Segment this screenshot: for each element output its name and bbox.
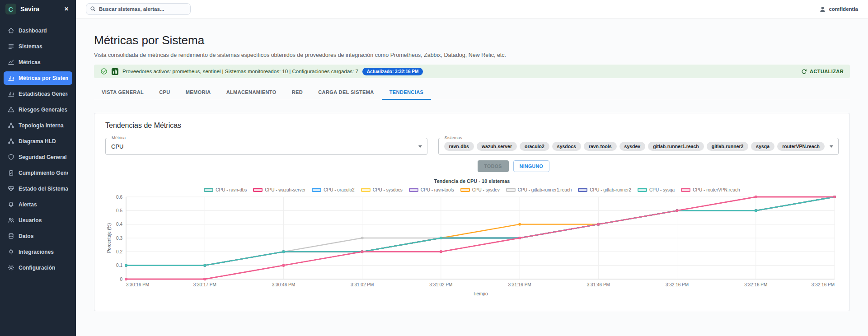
- sidebar-item-riesgos-generales[interactable]: Riesgos Generales: [4, 103, 72, 117]
- legend-item[interactable]: CPU - sysqa: [638, 187, 675, 192]
- plug-icon: [8, 248, 14, 255]
- legend-swatch: [204, 188, 213, 192]
- system-chip[interactable]: wazuh-server: [477, 142, 517, 151]
- username: comfidentia: [829, 6, 858, 12]
- system-chip[interactable]: sysdev: [619, 142, 646, 151]
- close-icon[interactable]: ✕: [62, 5, 70, 13]
- chart-legend: CPU - ravn-dbsCPU - wazuh-serverCPU - or…: [105, 187, 839, 192]
- sidebar-item-sistemas[interactable]: Sistemas: [4, 40, 72, 53]
- sidebar-item-estado-del-sistema[interactable]: Estado del Sistema: [4, 182, 72, 196]
- users-icon: [8, 217, 14, 224]
- sidebar-item-seguridad-general[interactable]: Seguridad General: [4, 150, 72, 164]
- metric-select[interactable]: Métrica CPU: [105, 138, 427, 155]
- sidebar-header: C Savira ✕: [0, 0, 76, 18]
- sidebar-item-m-tricas-por-sistema[interactable]: Métricas por Sistema: [4, 71, 72, 85]
- legend-label: CPU - oraculo2: [324, 187, 354, 192]
- tab-memoria[interactable]: MEMORIA: [178, 85, 219, 100]
- system-chip[interactable]: sysdocs: [552, 142, 581, 151]
- sidebar-item-alertas[interactable]: Alertas: [4, 198, 72, 211]
- legend-item[interactable]: CPU - gitlab-runner2: [578, 187, 631, 192]
- select-none-button[interactable]: NINGUNO: [513, 160, 549, 172]
- svg-text:3:32:16 PM: 3:32:16 PM: [666, 282, 689, 287]
- app-logo: C: [5, 4, 16, 14]
- status-banner: Proveedores activos: prometheus, sentine…: [94, 65, 850, 78]
- network-icon: [8, 138, 14, 145]
- sidebar-item-integraciones[interactable]: Integraciones: [4, 245, 72, 259]
- svg-text:3:32:16 PM: 3:32:16 PM: [812, 282, 835, 287]
- sidebar-item-topolog-a-interna[interactable]: Topología Interna: [4, 119, 72, 132]
- refresh-button[interactable]: ACTUALIZAR: [801, 69, 844, 75]
- sidebar-item-configuraci-n[interactable]: Configuración: [4, 261, 72, 275]
- network-icon: [8, 122, 14, 129]
- legend-label: CPU - routerVPN.reach: [693, 187, 740, 192]
- legend-label: CPU - sysdev: [472, 187, 500, 192]
- svg-text:0.5: 0.5: [116, 208, 122, 213]
- search-input[interactable]: [86, 3, 191, 15]
- sidebar-item-label: Estado del Sistema: [19, 186, 68, 192]
- legend-swatch: [460, 188, 470, 192]
- sidebar-item-label: Configuración: [19, 265, 55, 271]
- legend-label: CPU - ravn-dbs: [216, 187, 247, 192]
- sidebar-menu: DashboardSistemasMétricasMétricas por Si…: [0, 23, 76, 275]
- user-menu[interactable]: comfidentia: [819, 6, 858, 13]
- tab-almacenamiento[interactable]: ALMACENAMIENTO: [219, 85, 284, 100]
- svg-text:0: 0: [120, 277, 122, 282]
- legend-swatch: [638, 188, 647, 192]
- tab-cpu[interactable]: CPU: [151, 85, 178, 100]
- sidebar-item-dashboard[interactable]: Dashboard: [4, 24, 72, 37]
- system-chip[interactable]: ravn-dbs: [444, 142, 474, 151]
- systems-select-label: Sistemas: [443, 135, 464, 140]
- svg-text:3:31:46 PM: 3:31:46 PM: [587, 282, 610, 287]
- card-title: Tendencias de Métricas: [105, 121, 839, 130]
- legend-item[interactable]: CPU - wazuh-server: [253, 187, 305, 192]
- system-chip[interactable]: sysqa: [751, 142, 774, 151]
- trend-chart: Tendencia de CPU - 10 sistemas CPU - rav…: [105, 178, 839, 303]
- legend-item[interactable]: CPU - ravn-tools: [409, 187, 454, 192]
- heart-pulse-icon: [8, 185, 14, 192]
- legend-swatch: [312, 188, 321, 192]
- systems-select[interactable]: Sistemas ravn-dbswazuh-serveroraculo2sys…: [438, 138, 839, 155]
- chevron-down-icon: [830, 145, 833, 148]
- legend-label: CPU - gitlab-runner1.reach: [518, 187, 572, 192]
- sidebar-item-label: Datos: [19, 233, 33, 239]
- system-chip[interactable]: oraculo2: [520, 142, 549, 151]
- legend-item[interactable]: CPU - sysdev: [460, 187, 500, 192]
- legend-item[interactable]: CPU - oraculo2: [312, 187, 354, 192]
- sidebar-item-m-tricas[interactable]: Métricas: [4, 56, 72, 69]
- tab-vista-general[interactable]: VISTA GENERAL: [94, 85, 151, 100]
- legend-item[interactable]: CPU - routerVPN.reach: [681, 187, 740, 192]
- user-icon: [819, 6, 826, 13]
- system-chip[interactable]: gitlab-runner1.reach: [648, 142, 704, 151]
- shield-icon: [8, 154, 14, 160]
- check-circle-icon: [100, 68, 108, 75]
- select-all-button[interactable]: TODOS: [478, 160, 509, 172]
- sidebar-item-cumplimiento-general[interactable]: Cumplimiento General: [4, 166, 72, 180]
- legend-swatch: [506, 188, 516, 192]
- system-chip[interactable]: ravn-tools: [584, 142, 617, 151]
- legend-item[interactable]: CPU - sysdocs: [361, 187, 403, 192]
- sidebar: C Savira ✕ DashboardSistemasMétricasMétr…: [0, 0, 76, 336]
- legend-item[interactable]: CPU - gitlab-runner1.reach: [506, 187, 572, 192]
- svg-text:0.2: 0.2: [116, 249, 122, 254]
- svg-text:0.1: 0.1: [116, 263, 122, 268]
- page-subtitle: Vista consolidada de métricas de rendimi…: [94, 52, 850, 58]
- sidebar-item-datos[interactable]: Datos: [4, 229, 72, 243]
- sidebar-item-estad-sticas-generales[interactable]: Estadísticas Generales: [4, 87, 72, 101]
- legend-label: CPU - sysdocs: [373, 187, 403, 192]
- svg-text:3:31:02 PM: 3:31:02 PM: [351, 282, 374, 287]
- svg-text:3:32:16 PM: 3:32:16 PM: [744, 282, 767, 287]
- chevron-down-icon: [418, 145, 422, 148]
- tab-tendencias[interactable]: TENDENCIAS: [382, 85, 432, 100]
- line-chart: 00.10.20.30.40.50.63:30:16 PM3:30:17 PM3…: [105, 192, 840, 302]
- legend-swatch: [361, 188, 371, 192]
- sidebar-item-diagrama-hld[interactable]: Diagrama HLD: [4, 135, 72, 148]
- updated-badge: Actualizado: 3:32:16 PM: [362, 68, 423, 75]
- tab-red[interactable]: RED: [284, 85, 310, 100]
- system-chip[interactable]: routerVPN.reach: [777, 142, 825, 151]
- search-icon: [90, 6, 96, 12]
- legend-item[interactable]: CPU - ravn-dbs: [204, 187, 247, 192]
- tab-carga-del-sistema[interactable]: CARGA DEL SISTEMA: [310, 85, 382, 100]
- sidebar-item-usuarios[interactable]: Usuarios: [4, 214, 72, 227]
- page-content: Métricas por Sistema Vista consolidada d…: [76, 18, 868, 336]
- system-chip[interactable]: gitlab-runner2: [707, 142, 749, 151]
